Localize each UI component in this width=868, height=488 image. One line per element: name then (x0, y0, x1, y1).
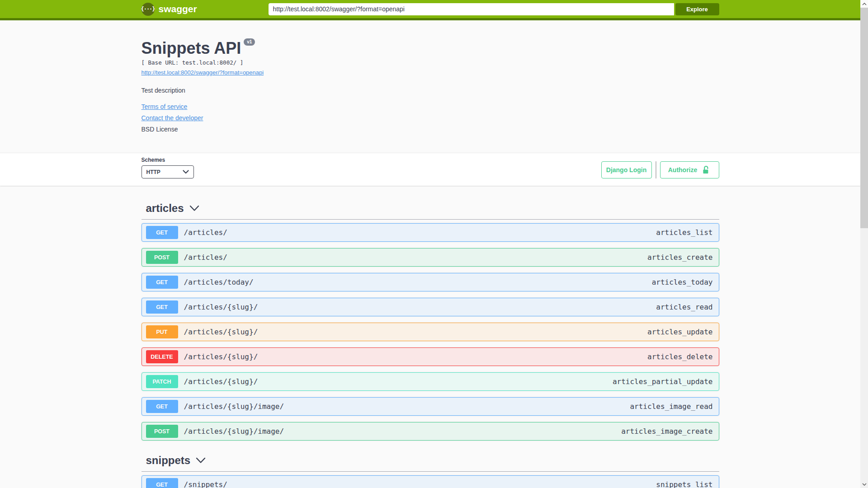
scroll-up-icon (862, 3, 867, 5)
swagger-logo-icon: {···} (142, 3, 155, 16)
operation-path: /articles/ (184, 253, 227, 262)
swagger-ui-page: {···} swagger Explore Snippets APIv1 [ B… (0, 0, 860, 488)
explore-form: Explore (269, 3, 719, 15)
chevron-down-icon (196, 457, 206, 464)
contact-developer-link[interactable]: Contact the developer (142, 114, 203, 122)
operation-id: articles_update (647, 328, 713, 336)
api-title: Snippets API (142, 39, 241, 57)
license-label: BSD License (142, 126, 719, 133)
method-badge: GET (146, 226, 178, 239)
operation-row[interactable]: PUT /articles/{slug}/ articles_update (142, 323, 719, 341)
operation-id: articles_delete (647, 352, 713, 361)
operation-path: /snippets/ (184, 480, 227, 488)
operation-id: articles_create (647, 253, 713, 262)
method-badge: GET (146, 400, 178, 413)
operation-row[interactable]: PATCH /articles/{slug}/ articles_partial… (142, 372, 719, 391)
version-badge: v1 (244, 38, 255, 46)
schemes-label: Schemes (142, 157, 194, 163)
sections: articles GET /articles/ articles_list PO… (142, 201, 719, 488)
operation-path: /articles/{slug}/ (184, 328, 258, 336)
operation-path: /articles/ (184, 228, 227, 237)
operation-row[interactable]: GET /snippets/ snippets_list (142, 475, 719, 488)
scrollbar-thumb[interactable] (860, 8, 868, 228)
method-badge: POST (146, 251, 178, 264)
operation-id: articles_read (656, 303, 712, 311)
method-badge: PATCH (146, 375, 178, 388)
operation-row[interactable]: GET /articles/{slug}/ articles_read (142, 298, 719, 316)
operation-row[interactable]: GET /articles/ articles_list (142, 223, 719, 242)
scroll-down-icon (862, 483, 867, 486)
operation-path: /articles/today/ (184, 278, 254, 286)
method-badge: DELETE (146, 350, 178, 363)
operation-row[interactable]: GET /articles/today/ articles_today (142, 273, 719, 291)
method-badge: PUT (146, 325, 178, 338)
operations-list: GET /articles/ articles_list POST /artic… (142, 223, 719, 441)
operations-list: GET /snippets/ snippets_list (142, 475, 719, 488)
scrollbar-down-button[interactable] (860, 480, 868, 488)
section-header[interactable]: articles (142, 201, 719, 219)
operation-row[interactable]: POST /articles/ articles_create (142, 248, 719, 267)
operation-row[interactable]: POST /articles/{slug}/image/ articles_im… (142, 422, 719, 441)
operation-id: articles_image_create (621, 427, 712, 436)
operation-row[interactable]: GET /articles/{slug}/image/ articles_ima… (142, 397, 719, 416)
operation-id: articles_image_read (630, 402, 712, 411)
scrollbar-up-button[interactable] (860, 0, 868, 8)
method-badge: GET (146, 478, 178, 488)
chevron-down-icon (189, 205, 199, 211)
api-description: Test description (142, 87, 719, 94)
scheme-container: Schemes HTTP Django Login Authorize (0, 153, 860, 186)
auth-wrapper: Django Login Authorize (601, 161, 719, 178)
operation-id: snippets_list (656, 480, 712, 488)
unlocked-padlock-icon (702, 165, 711, 174)
django-login-button[interactable]: Django Login (601, 161, 652, 178)
operation-row[interactable]: DELETE /articles/{slug}/ articles_delete (142, 347, 719, 366)
schemes-select[interactable]: HTTP (142, 165, 194, 178)
django-login-label: Django Login (606, 166, 646, 174)
operation-path: /articles/{slug}/ (184, 377, 258, 386)
authorize-label: Authorize (668, 166, 698, 174)
auth-divider (656, 161, 656, 178)
brand-name: swagger (159, 4, 197, 14)
section-divider (142, 219, 719, 220)
operations-area: articles GET /articles/ articles_list PO… (0, 186, 860, 488)
authorize-button[interactable]: Authorize (660, 161, 719, 178)
operation-path: /articles/{slug}/image/ (184, 402, 284, 411)
spec-link[interactable]: http://test.local:8002/swagger/?format=o… (142, 69, 264, 76)
api-section: articles GET /articles/ articles_list PO… (142, 201, 719, 441)
section-title: articles (146, 202, 184, 215)
explore-button[interactable]: Explore (675, 3, 719, 15)
method-badge: POST (146, 425, 178, 438)
swagger-brand[interactable]: {···} swagger (142, 3, 197, 16)
spec-url-input[interactable] (269, 3, 674, 15)
topbar: {···} swagger Explore (0, 0, 860, 20)
operation-id: articles_partial_update (613, 377, 713, 386)
section-title: snippets (146, 454, 191, 467)
section-header[interactable]: snippets (142, 453, 719, 471)
api-section: snippets GET /snippets/ snippets_list (142, 453, 719, 488)
page-title: Snippets APIv1 (142, 39, 719, 57)
operation-path: /articles/{slug}/ (184, 303, 258, 311)
section-divider (142, 471, 719, 472)
operation-path: /articles/{slug}/image/ (184, 427, 284, 436)
method-badge: GET (146, 300, 178, 314)
schemes-selected-value: HTTP (146, 169, 160, 175)
base-url: [ Base URL: test.local:8002/ ] (142, 59, 719, 66)
terms-of-service-link[interactable]: Terms of service (142, 103, 188, 110)
operation-id: articles_today (652, 278, 713, 286)
operation-path: /articles/{slug}/ (184, 352, 258, 361)
operation-id: articles_list (656, 228, 712, 237)
scrollbar[interactable] (860, 0, 868, 488)
chevron-down-icon (183, 170, 189, 174)
api-info-section: Snippets APIv1 [ Base URL: test.local:80… (0, 20, 860, 153)
method-badge: GET (146, 276, 178, 289)
